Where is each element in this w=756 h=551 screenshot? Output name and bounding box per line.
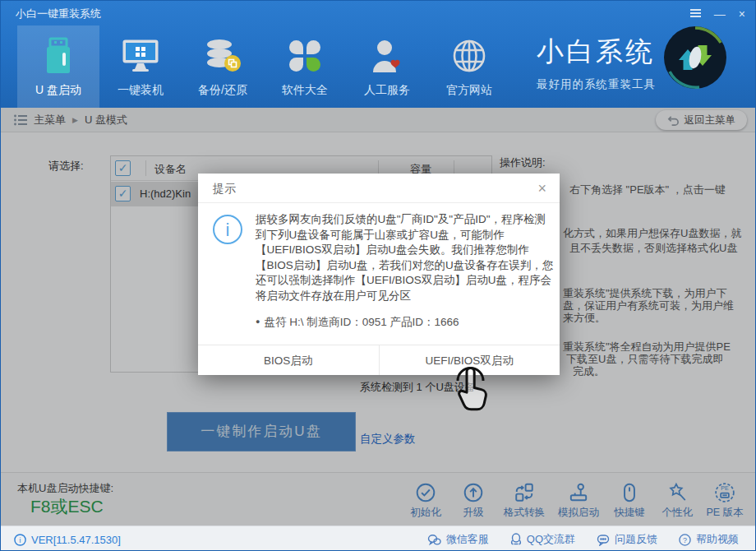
- wechat-icon: [427, 534, 441, 546]
- qq-penguin-icon: [510, 533, 522, 546]
- dialog-device-bullet: ●盘符 H:\ 制造商ID：0951 产品ID：1666: [256, 315, 459, 330]
- usb-drive-icon: [43, 34, 74, 78]
- svg-text:?: ?: [683, 535, 687, 544]
- dialog-button-bar: BIOS启动 UEFI/BIOS双启动: [198, 345, 560, 375]
- window-title: 小白一键重装系统: [16, 7, 101, 21]
- brand-logo-icon: [662, 24, 729, 95]
- nav-label: 一键装机: [118, 83, 164, 98]
- menu-icon[interactable]: [690, 7, 701, 21]
- globe-icon: [451, 34, 487, 78]
- link-label: 帮助视频: [696, 532, 739, 547]
- bios-boot-button[interactable]: BIOS启动: [198, 345, 379, 375]
- dialog-close-icon[interactable]: ×: [534, 178, 550, 199]
- statusbar-links: 微信客服 QQ交流群 问题反馈 ?: [427, 526, 739, 551]
- status-bar: i VER[11.5.47.1530] 微信客服 QQ交流群: [1, 526, 756, 551]
- version-info: i VER[11.5.47.1530]: [14, 526, 121, 551]
- wechat-support-link[interactable]: 微信客服: [427, 532, 489, 547]
- qq-group-link[interactable]: QQ交流群: [510, 532, 575, 547]
- header: 小白一键重装系统 — × U 盘启动: [1, 1, 756, 108]
- info-icon: i: [14, 534, 26, 546]
- nav-label: U 盘启动: [35, 83, 81, 98]
- app-window: 小白一键重装系统 — × U 盘启动: [0, 0, 756, 551]
- dialog-titlebar: 提示 ×: [198, 174, 560, 203]
- nav-tab-software[interactable]: 软件大全: [264, 25, 346, 108]
- brand-name: 小白系统: [537, 34, 656, 71]
- version-text: VER[11.5.47.1530]: [31, 534, 121, 546]
- link-label: 微信客服: [446, 532, 489, 547]
- dialog-title: 提示: [213, 182, 236, 197]
- nav-label: 备份/还原: [198, 83, 247, 98]
- nav-tab-backup-restore[interactable]: 备份/还原: [182, 25, 264, 108]
- bullet-dot: ●: [256, 317, 260, 326]
- prompt-dialog: 提示 × i 据较多网友向我们反馈的U盘"厂商ID"及"产品ID"，程序检测到下…: [198, 174, 560, 375]
- main-nav: U 盘启动 一键装机: [17, 25, 510, 108]
- minimize-button[interactable]: —: [714, 8, 726, 20]
- nav-label: 人工服务: [364, 83, 410, 98]
- nav-label: 官方网站: [446, 83, 492, 98]
- monitor-icon: [122, 34, 159, 78]
- nav-tab-support[interactable]: 人工服务: [346, 25, 428, 108]
- nav-tab-one-click-install[interactable]: 一键装机: [99, 25, 182, 108]
- link-label: 问题反馈: [615, 532, 657, 547]
- brand-tagline: 最好用的系统重装工具: [537, 77, 656, 92]
- nav-tab-usb-boot[interactable]: U 盘启动: [17, 25, 99, 108]
- nav-tab-website[interactable]: 官方网站: [428, 25, 510, 108]
- support-person-icon: [370, 34, 404, 78]
- brand-block: 小白系统 最好用的系统重装工具: [537, 34, 656, 92]
- svg-text:i: i: [20, 535, 21, 544]
- bullet-text: 盘符 H:\ 制造商ID：0951 产品ID：1666: [264, 316, 459, 328]
- help-video-link[interactable]: ? 帮助视频: [679, 532, 739, 547]
- link-label: QQ交流群: [527, 532, 575, 547]
- close-button[interactable]: ×: [739, 8, 745, 20]
- software-clover-icon: [289, 34, 320, 78]
- nav-label: 软件大全: [282, 83, 328, 98]
- help-question-icon: ?: [679, 534, 691, 546]
- info-circle-icon: i: [213, 215, 242, 244]
- feedback-bubble-icon: [597, 534, 610, 546]
- backup-restore-icon: [204, 34, 242, 78]
- dialog-body-text: 据较多网友向我们反馈的U盘"厂商ID"及"产品ID"，程序检测到下列U盘设备可能…: [256, 212, 556, 303]
- click-hand-cursor: [447, 362, 493, 416]
- feedback-link[interactable]: 问题反馈: [597, 532, 657, 547]
